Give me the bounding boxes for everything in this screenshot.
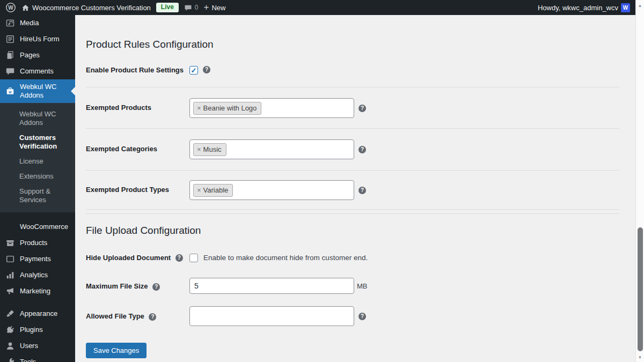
product-rules-section-title: Product Rules Configuration [86,15,619,50]
selected-tag: × Beanie with Logo [193,102,261,115]
pages-icon [5,50,15,60]
menu-separator [0,299,75,306]
hide-uploaded-document-label: Hide Uploaded Document ? [86,254,189,262]
new-menu[interactable]: + New [204,4,226,12]
sidebar-item-tools[interactable]: Tools [0,354,75,362]
sidebar-item-media[interactable]: Media [0,15,75,31]
max-size-unit: MB [357,278,368,290]
submenu-item-support-services[interactable]: Support & Services [0,184,75,208]
sidebar-item-payments[interactable]: $ Payments [0,251,75,267]
label-text: Maximum File Size [86,282,148,290]
submenu-item-customers-verification[interactable]: Customers Verification [0,130,75,154]
enable-product-rule-row: Enable Product Rule Settings ✓ ? [86,66,619,87]
plus-icon: + [204,4,209,11]
sidebar-item-label: WooCommerce [20,223,68,231]
settings-page: Product Rules Configuration Enable Produ… [75,15,635,362]
help-icon[interactable]: ? [358,187,366,194]
sidebar-item-label: Comments [20,67,54,76]
woocommerce-icon: W [5,222,15,232]
svg-text:$: $ [9,257,11,262]
appearance-brush-icon [5,309,15,319]
save-changes-button[interactable]: Save Changes [86,343,147,358]
wordpress-logo-icon[interactable]: W [5,2,16,13]
sidebar-item-label: Marketing [20,287,50,295]
remove-tag-icon[interactable]: × [197,105,201,112]
sidebar-item-products[interactable]: Products [0,235,75,251]
exempted-products-select[interactable]: × Beanie with Logo [189,98,354,118]
svg-text:W: W [7,224,13,231]
exempted-categories-select[interactable]: × Music [189,139,354,159]
payments-icon: $ [5,254,15,264]
sidebar-item-woocommerce[interactable]: W WooCommerce [0,219,75,235]
help-icon[interactable]: ? [358,313,366,320]
scroll-down-arrow-icon[interactable]: ▼ [636,355,644,360]
tag-label: Beanie with Logo [203,104,257,112]
live-badge: Live [156,3,179,12]
howdy-account[interactable]: Howdy, wkwc_admin_wcv W [538,3,630,12]
comments-icon [5,67,15,76]
avatar: W [621,3,630,12]
enable-product-rule-label: Enable Product Rule Settings [86,66,189,75]
site-name: Woocommerce Customers Verification [32,4,151,12]
help-icon[interactable]: ? [203,66,210,73]
tag-label: Music [203,145,222,153]
sidebar-item-label: Plugins [20,326,43,334]
svg-text:w: w [8,90,12,94]
check-icon: ✓ [191,67,197,75]
sidebar-item-marketing[interactable]: Marketing [0,283,75,299]
admin-sidebar: Media HireUs Form Pages Comments w Webku… [0,15,75,362]
submenu-item-webkul-wc-addons[interactable]: Webkul WC Addons [0,107,75,130]
menu-separator [0,212,75,219]
sidebar-item-label: HireUs Form [20,35,60,43]
tag-label: Variable [203,186,229,194]
webkul-submenu: Webkul WC Addons Customers Verification … [0,103,75,212]
sidebar-item-appearance[interactable]: Appearance [0,306,75,322]
help-icon[interactable]: ? [358,105,366,112]
plugins-plug-icon [5,325,15,335]
enable-product-rule-checkbox[interactable]: ✓ [189,66,198,75]
marketing-megaphone-icon [5,286,15,296]
maximum-file-size-label: Maximum File Size ? [86,278,189,291]
remove-tag-icon[interactable]: × [197,187,201,194]
sidebar-item-label: Tools [20,358,36,362]
webkul-briefcase-icon: w [5,86,15,96]
site-menu[interactable]: Woocommerce Customers Verification [21,4,151,12]
remove-tag-icon[interactable]: × [197,146,201,153]
help-icon[interactable]: ? [175,254,183,262]
scrollbar-thumb[interactable] [638,227,643,351]
users-person-icon [5,341,15,351]
products-box-icon [5,238,15,248]
scroll-up-arrow-icon[interactable]: ▲ [636,3,644,8]
sidebar-item-users[interactable]: Users [0,338,75,354]
comments-bubble[interactable]: 0 [184,4,199,12]
help-icon[interactable]: ? [358,146,366,153]
howdy-label: Howdy, wkwc_admin_wcv [538,4,618,12]
allowed-file-type-input[interactable] [189,306,354,326]
sidebar-item-plugins[interactable]: Plugins [0,322,75,338]
exempted-product-types-row: Exempted Product Types × Variable ? [86,171,619,209]
submenu-item-extensions[interactable]: Extensions [0,169,75,184]
comment-count: 0 [195,4,199,11]
sidebar-item-comments[interactable]: Comments [0,63,75,79]
maximum-file-size-input[interactable] [189,278,354,294]
exempted-product-types-select[interactable]: × Variable [189,180,354,200]
home-icon [21,4,30,12]
sidebar-item-webkul-wc-addons[interactable]: w Webkul WC Addons [0,79,75,103]
file-upload-section-title: File Upload Configuration [86,214,619,237]
hide-uploaded-document-checkbox[interactable] [189,254,198,262]
sidebar-item-pages[interactable]: Pages [0,47,75,63]
label-text: Hide Uploaded Document [86,254,171,262]
sidebar-item-hireus-form[interactable]: HireUs Form [0,31,75,47]
hide-uploaded-document-row: Hide Uploaded Document ? Enable to make … [86,253,619,262]
exempted-product-types-label: Exempted Product Types [86,180,189,194]
form-icon [5,34,15,44]
maximum-file-size-row: Maximum File Size ? MB [86,278,619,294]
sidebar-item-label: Products [20,239,47,247]
submenu-item-license[interactable]: License [0,154,75,169]
sidebar-item-analytics[interactable]: Analytics [0,267,75,283]
help-icon[interactable]: ? [149,313,156,321]
allowed-file-type-row: Allowed File Type ? ? [86,306,619,326]
row-divider [86,209,619,210]
allowed-file-type-label: Allowed File Type ? [86,306,189,321]
help-icon[interactable]: ? [152,283,160,291]
